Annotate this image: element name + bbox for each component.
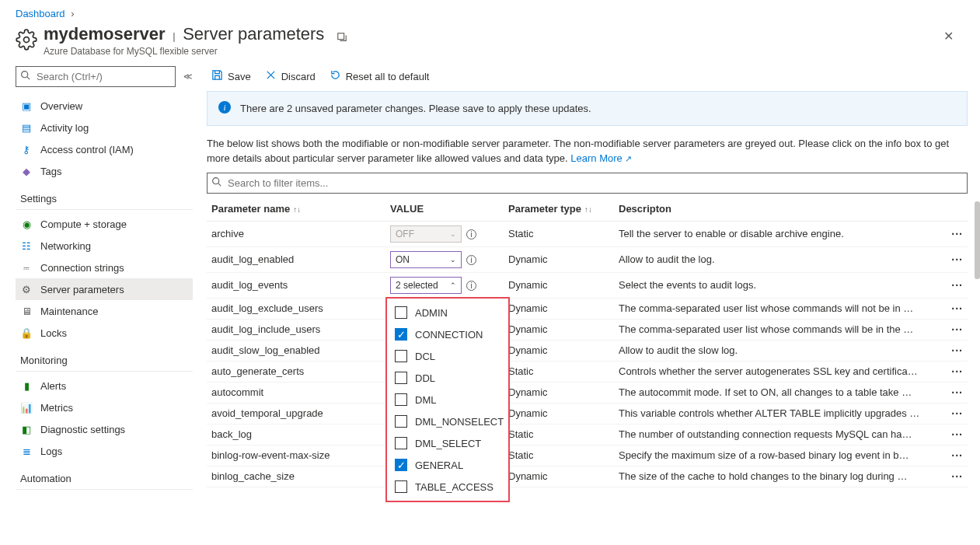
- sidebar-item-diagnostic-settings[interactable]: ◧Diagnostic settings: [16, 418, 193, 440]
- checkbox-icon: ✓: [395, 328, 407, 341]
- people-icon: ⚷: [20, 143, 33, 155]
- search-icon: [20, 70, 30, 82]
- dropdown-option-general[interactable]: ✓GENERAL: [387, 454, 508, 476]
- reset-button[interactable]: Reset all to default: [330, 69, 430, 83]
- gear-icon: [16, 29, 37, 51]
- more-icon[interactable]: ···: [951, 407, 963, 420]
- parameters-table: Parameter name↑↓ VALUE Parameter type↑↓ …: [207, 197, 968, 487]
- sidebar-item-locks[interactable]: 🔒Locks: [16, 322, 193, 344]
- dropdown-option-dml_nonselect[interactable]: DML_NONSELECT: [387, 410, 508, 432]
- breadcrumb-root[interactable]: Dashboard: [16, 8, 65, 19]
- discard-label: Discard: [281, 71, 316, 82]
- info-icon[interactable]: i: [466, 255, 476, 265]
- table-row: binlog-row-event-max-size Static Specify…: [207, 445, 968, 466]
- gear-icon: ⚙: [20, 283, 33, 295]
- dropdown-option-label: DDL: [415, 372, 435, 384]
- value-select: OFF⌄: [390, 225, 462, 243]
- dropdown-option-dml[interactable]: DML: [387, 389, 508, 410]
- sidebar-item-alerts[interactable]: ▮Alerts: [16, 375, 193, 397]
- more-icon[interactable]: ···: [951, 323, 963, 336]
- more-icon[interactable]: ···: [951, 386, 963, 399]
- more-icon[interactable]: ···: [951, 365, 963, 378]
- sidebar-item-compute-storage[interactable]: ◉Compute + storage: [16, 213, 193, 235]
- param-desc: The comma-separated user list whose comm…: [614, 319, 940, 340]
- sidebar-search[interactable]: [16, 66, 176, 87]
- table-row: audit_log_include_users Dynamic The comm…: [207, 319, 968, 340]
- page-subtitle: Azure Database for MySQL flexible server: [44, 46, 324, 57]
- col-type[interactable]: Parameter type↑↓: [504, 197, 614, 222]
- dropdown-option-label: ADMIN: [415, 307, 448, 319]
- sidebar-item-logs[interactable]: ≣Logs: [16, 440, 193, 462]
- server-name: mydemoserver: [44, 24, 166, 44]
- param-desc: Controls whether the server autogenerate…: [614, 361, 940, 382]
- tag-icon: ◆: [20, 165, 33, 177]
- svg-point-5: [213, 177, 219, 183]
- more-icon[interactable]: ···: [951, 470, 963, 483]
- more-icon[interactable]: ···: [951, 449, 963, 462]
- svg-point-0: [24, 37, 30, 43]
- sort-icon: ↑↓: [290, 205, 301, 214]
- param-type: Dynamic: [504, 403, 614, 424]
- param-name: audit_log_exclude_users: [207, 298, 385, 319]
- save-button[interactable]: Save: [211, 69, 251, 83]
- col-value: VALUE: [385, 197, 504, 222]
- info-icon[interactable]: i: [466, 281, 476, 291]
- sidebar-item-label: Metrics: [40, 402, 73, 414]
- col-name[interactable]: Parameter name↑↓: [207, 197, 385, 222]
- dropdown-option-label: CONNECTION: [415, 329, 483, 341]
- lock-icon: 🔒: [20, 327, 33, 339]
- param-name: audit_slow_log_enabled: [207, 340, 385, 361]
- more-icon[interactable]: ···: [951, 344, 963, 357]
- more-icon[interactable]: ···: [951, 302, 963, 315]
- reset-icon: [330, 69, 341, 83]
- info-icon[interactable]: i: [466, 229, 476, 239]
- dropdown-option-label: DML_SELECT: [415, 438, 481, 449]
- more-icon[interactable]: ···: [951, 428, 963, 441]
- dropdown-option-dml_select[interactable]: DML_SELECT: [387, 432, 508, 454]
- close-icon[interactable]: ✕: [939, 24, 958, 48]
- collapse-sidebar-icon[interactable]: ≪: [183, 72, 193, 82]
- sidebar-item-tags[interactable]: ◆Tags: [16, 160, 193, 182]
- param-type: Dynamic: [504, 466, 614, 487]
- chevron-down-icon: ⌄: [450, 230, 456, 238]
- maintenance-icon: 🖥: [20, 305, 33, 317]
- pin-icon[interactable]: [337, 32, 347, 45]
- search-input[interactable]: [16, 66, 176, 87]
- param-value-cell: 2 selected⌃i: [385, 272, 504, 298]
- scrollbar-thumb[interactable]: [975, 201, 980, 279]
- sidebar-item-metrics[interactable]: 📊Metrics: [16, 397, 193, 418]
- sidebar-item-label: Connection strings: [40, 262, 124, 274]
- filter-box[interactable]: [207, 173, 968, 194]
- sidebar: ≪ ▣Overview▤Activity log⚷Access control …: [0, 61, 202, 538]
- sidebar-item-server-parameters[interactable]: ⚙Server parameters: [16, 278, 193, 300]
- sidebar-item-networking[interactable]: ☷Networking: [16, 235, 193, 257]
- more-icon[interactable]: ···: [951, 253, 963, 266]
- events-dropdown: ADMIN✓CONNECTIONDCLDDLDMLDML_NONSELECTDM…: [385, 297, 510, 502]
- sidebar-item-activity-log[interactable]: ▤Activity log: [16, 117, 193, 138]
- param-name: auto_generate_certs: [207, 361, 385, 382]
- more-icon[interactable]: ···: [951, 279, 963, 292]
- sidebar-item-label: Access control (IAM): [40, 144, 134, 155]
- param-name: audit_log_enabled: [207, 246, 385, 272]
- sidebar-item-maintenance[interactable]: 🖥Maintenance: [16, 300, 193, 322]
- sidebar-item-connection-strings[interactable]: ⎓Connection strings: [16, 257, 193, 278]
- discard-button[interactable]: Discard: [265, 69, 316, 83]
- param-name: back_log: [207, 424, 385, 445]
- learn-more-link[interactable]: Learn More ↗: [570, 152, 632, 164]
- value-select[interactable]: ON⌄: [390, 251, 462, 268]
- filter-input[interactable]: [207, 173, 968, 194]
- sidebar-item-overview[interactable]: ▣Overview: [16, 95, 193, 117]
- chevron-right-icon: ›: [68, 8, 77, 19]
- param-desc: This variable controls whether ALTER TAB…: [614, 403, 940, 424]
- more-icon[interactable]: ···: [951, 228, 963, 240]
- value-select[interactable]: 2 selected⌃: [390, 277, 462, 294]
- sidebar-item-access-control-iam-[interactable]: ⚷Access control (IAM): [16, 138, 193, 160]
- sidebar-item-label: Locks: [40, 327, 67, 339]
- dropdown-option-connection[interactable]: ✓CONNECTION: [387, 323, 508, 345]
- dropdown-option-dcl[interactable]: DCL: [387, 345, 508, 367]
- param-type: Static: [504, 361, 614, 382]
- dropdown-option-table_access[interactable]: TABLE_ACCESS: [387, 476, 508, 498]
- dropdown-option-ddl[interactable]: DDL: [387, 367, 508, 389]
- main-content: Save Discard Reset all to default i Ther…: [202, 61, 980, 538]
- dropdown-option-admin[interactable]: ADMIN: [387, 302, 508, 323]
